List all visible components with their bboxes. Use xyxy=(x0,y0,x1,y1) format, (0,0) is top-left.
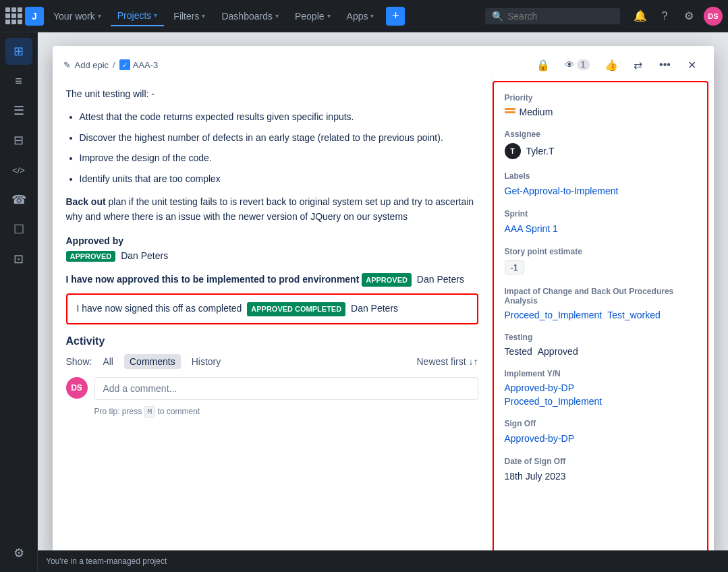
chevron-down-icon: ▾ xyxy=(370,12,374,20)
approval-message: I have now approved this to be implement… xyxy=(66,273,478,287)
more-actions-button[interactable]: ••• xyxy=(654,54,676,76)
comment-avatar: DS xyxy=(66,377,88,399)
lock-button[interactable]: 🔒 xyxy=(532,54,554,76)
approved-by-title: Approved by xyxy=(66,235,478,246)
sidebar-item-board[interactable]: ☰ xyxy=(5,97,32,124)
create-button[interactable]: + xyxy=(386,7,405,26)
sort-label: Newest first ↓↑ xyxy=(416,356,478,367)
sidebar-item-code[interactable]: </> xyxy=(5,156,32,183)
watch-button[interactable]: 👁 1 xyxy=(559,57,595,73)
bottom-bar: You're in a team-managed project xyxy=(38,550,728,572)
sidebar-item-home[interactable]: ⊞ xyxy=(5,38,32,65)
jira-logo[interactable]: J xyxy=(25,7,44,26)
comment-input[interactable]: Add a comment... xyxy=(94,377,478,400)
task-id[interactable]: AAA-3 xyxy=(133,60,159,70)
signoff-label: Sign Off xyxy=(505,419,696,428)
impact-label: Impact of Change and Back Out Procedures… xyxy=(505,287,696,306)
thumbs-up-button[interactable]: 👍 xyxy=(600,54,622,76)
chevron-down-icon: ▾ xyxy=(275,12,279,20)
signoff-value[interactable]: Approved-by-DP xyxy=(505,433,575,444)
story-point-value: -1 xyxy=(505,260,525,275)
approved-badge: APPROVED xyxy=(66,251,116,262)
user-avatar[interactable]: DS xyxy=(704,7,723,26)
bottom-bar-text: You're in a team-managed project xyxy=(46,556,167,566)
sidebar-item-settings[interactable]: ⚙ xyxy=(5,540,32,567)
issue-modal: ✎ Add epic / ✓ AAA-3 🔒 👁 1 👍 ⇄ ••• ✕ xyxy=(53,46,714,559)
sidebar-item-components[interactable]: ⊡ xyxy=(5,246,32,273)
nav-your-work[interactable]: Your work ▾ xyxy=(47,7,108,26)
date-signoff-value: 18th July 2023 xyxy=(505,471,566,482)
assignee-avatar: T xyxy=(505,143,521,159)
approval-message-bold: I have now approved this to be implement… xyxy=(66,274,360,285)
modal-header: ✎ Add epic / ✓ AAA-3 🔒 👁 1 👍 ⇄ ••• ✕ xyxy=(53,46,714,76)
top-navigation: J Your work ▾ Projects ▾ Filters ▾ Dashb… xyxy=(0,0,728,32)
breadcrumb-separator: / xyxy=(113,60,115,70)
notifications-icon[interactable]: 🔔 xyxy=(631,7,650,26)
approved-name: Dan Peters xyxy=(121,250,168,261)
filter-comments-button[interactable]: Comments xyxy=(124,354,181,369)
search-bar[interactable]: 🔍 xyxy=(485,8,620,24)
list-item: Attest that the code returns expected re… xyxy=(80,109,478,124)
approved-section: Approved by APPROVED Dan Peters xyxy=(66,235,478,262)
nav-people[interactable]: People ▾ xyxy=(288,7,337,26)
testing-values: Tested Approved xyxy=(505,346,696,357)
labels-value[interactable]: Get-Approval-to-Implement xyxy=(505,185,619,196)
intro-text: The unit testing will: - xyxy=(66,86,478,101)
nav-dashboards[interactable]: Dashboards ▾ xyxy=(215,7,285,26)
sidebar-item-layers[interactable]: ≡ xyxy=(5,67,32,94)
testing-value-2: Approved xyxy=(538,346,578,357)
date-signoff-field: Date of Sign Off 18th July 2023 xyxy=(505,457,696,482)
left-sidebar: ⊞ ≡ ☰ ⊟ </> ☎ ☐ ⊡ ⚙ xyxy=(0,32,38,572)
app-switcher-icon[interactable] xyxy=(5,7,22,24)
nav-projects[interactable]: Projects ▾ xyxy=(111,6,165,26)
show-label: Show: xyxy=(66,356,92,367)
breadcrumb-epic[interactable]: Add epic xyxy=(75,60,109,70)
priority-value: Medium xyxy=(520,107,553,117)
modal-actions: 🔒 👁 1 👍 ⇄ ••• ✕ xyxy=(532,54,703,76)
search-input[interactable] xyxy=(507,11,613,22)
modal-left-panel: The unit testing will: - Attest that the… xyxy=(53,76,493,559)
priority-row: Medium xyxy=(505,107,696,117)
breadcrumb-task: ✓ AAA-3 xyxy=(119,59,159,70)
activity-filter-bar: Show: All Comments History Newest first … xyxy=(66,354,478,369)
comment-row: DS Add a comment... xyxy=(66,377,478,400)
testing-field: Testing Tested Approved xyxy=(505,333,696,357)
nav-filters[interactable]: Filters ▾ xyxy=(167,7,212,26)
settings-icon[interactable]: ⚙ xyxy=(679,7,698,26)
list-item: Improve the design of the code. xyxy=(80,150,478,165)
sprint-value[interactable]: AAA Sprint 1 xyxy=(505,223,558,234)
assignee-label: Assignee xyxy=(505,130,696,139)
sidebar-item-backlog[interactable]: ⊟ xyxy=(5,127,32,154)
testing-label: Testing xyxy=(505,333,696,342)
impact-value-1[interactable]: Proceed_to_Implement xyxy=(505,310,603,320)
svg-rect-0 xyxy=(505,108,515,110)
priority-label: Priority xyxy=(505,93,696,103)
signoff-field: Sign Off Approved-by-DP xyxy=(505,419,696,445)
signed-off-name: Dan Peters xyxy=(351,303,398,314)
backout-rest: plan if the unit testing fails to is rev… xyxy=(66,196,474,222)
nav-apps[interactable]: Apps ▾ xyxy=(340,7,381,26)
implement-field: Implement Y/N Approved-by-DP Proceed_to_… xyxy=(505,369,696,407)
chevron-down-icon: ▾ xyxy=(202,12,205,20)
impact-value-2[interactable]: Test_worked xyxy=(607,310,661,320)
assignee-field: Assignee T Tyler.T xyxy=(505,130,696,159)
close-button[interactable]: ✕ xyxy=(681,54,703,76)
sidebar-item-reports[interactable]: ☎ xyxy=(5,186,32,213)
breadcrumb: ✎ Add epic / ✓ AAA-3 xyxy=(63,59,159,70)
help-icon[interactable]: ? xyxy=(655,7,674,26)
implement-value-2[interactable]: Proceed_to_Implement xyxy=(505,396,696,407)
filter-history-button[interactable]: History xyxy=(186,354,227,369)
story-point-field: Story point estimate -1 xyxy=(505,247,696,275)
signed-off-box: I have now signed this off as completed … xyxy=(66,293,478,324)
filter-all-button[interactable]: All xyxy=(97,354,119,369)
backout-bold: Back out xyxy=(66,196,106,207)
sprint-label: Sprint xyxy=(505,209,696,219)
sidebar-item-pages[interactable]: ☐ xyxy=(5,216,32,243)
activity-section: Activity Show: All Comments History Newe… xyxy=(66,335,478,416)
share-button[interactable]: ⇄ xyxy=(627,54,649,76)
implement-value-1[interactable]: Approved-by-DP xyxy=(505,382,696,393)
eye-icon: 👁 xyxy=(565,59,574,70)
sort-button[interactable]: Newest first ↓↑ xyxy=(416,356,478,367)
page-background: ✎ Add epic / ✓ AAA-3 🔒 👁 1 👍 ⇄ ••• ✕ xyxy=(38,32,728,572)
bullet-list: Attest that the code returns expected re… xyxy=(66,109,478,186)
